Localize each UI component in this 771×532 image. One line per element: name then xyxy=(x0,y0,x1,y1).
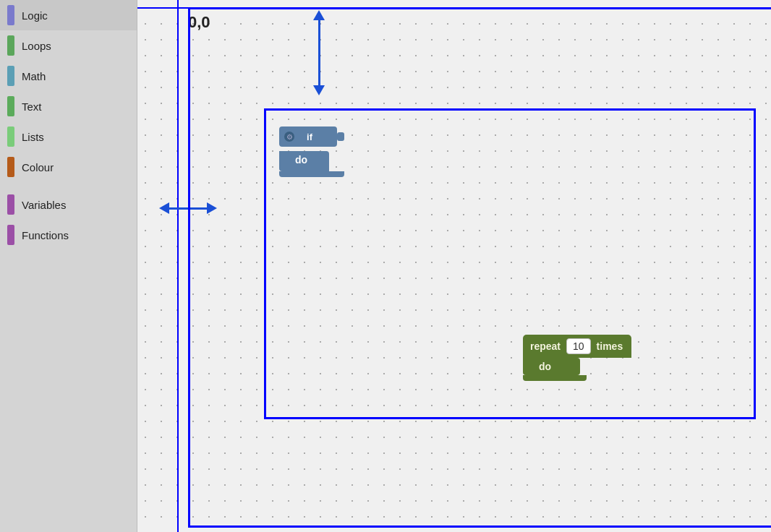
sidebar-label-text: Text xyxy=(22,100,42,113)
svg-text:⚙: ⚙ xyxy=(286,133,293,141)
sidebar-item-text[interactable]: Text xyxy=(0,91,137,121)
svg-rect-1 xyxy=(337,132,344,141)
sidebar-item-math[interactable]: Math xyxy=(0,61,137,91)
sidebar: Logic Loops Math Text Lists Colour Varia… xyxy=(0,0,137,532)
repeat-left-bar xyxy=(523,358,533,375)
workspace: 0,0 ⚙ if do xyxy=(137,0,771,532)
if-block-top: ⚙ if xyxy=(279,126,352,148)
sidebar-label-variables: Variables xyxy=(22,199,66,211)
lists-color xyxy=(7,126,14,147)
colour-color xyxy=(7,157,14,177)
repeat-count[interactable]: 10 xyxy=(566,338,591,354)
repeat-bottom-cap xyxy=(523,375,587,381)
sidebar-item-lists[interactable]: Lists xyxy=(0,121,137,152)
sidebar-label-loops: Loops xyxy=(22,40,51,52)
repeat-do-label: do xyxy=(533,358,580,375)
loops-color xyxy=(7,35,14,56)
sidebar-item-variables[interactable]: Variables xyxy=(0,189,137,220)
sidebar-item-functions[interactable]: Functions xyxy=(0,220,137,250)
sidebar-label-math: Math xyxy=(22,70,46,82)
if-do-label: do xyxy=(289,151,329,171)
repeat-do-row: do xyxy=(523,358,631,375)
repeat-block[interactable]: repeat 10 times do xyxy=(523,335,631,381)
sidebar-label-lists: Lists xyxy=(22,131,44,143)
if-block[interactable]: ⚙ if do xyxy=(279,126,352,177)
sidebar-item-logic[interactable]: Logic xyxy=(0,0,137,30)
times-label: times xyxy=(597,340,623,352)
vertical-guideline xyxy=(177,0,179,532)
repeat-label: repeat xyxy=(530,340,561,352)
text-color xyxy=(7,96,14,116)
sidebar-item-colour[interactable]: Colour xyxy=(0,152,137,182)
sidebar-label-colour: Colour xyxy=(22,161,54,173)
sidebar-item-loops[interactable]: Loops xyxy=(0,30,137,61)
sidebar-label-functions: Functions xyxy=(22,229,69,241)
repeat-block-top: repeat 10 times xyxy=(523,335,631,358)
sidebar-label-logic: Logic xyxy=(22,9,48,22)
variables-color xyxy=(7,194,14,215)
svg-text:if: if xyxy=(307,132,313,142)
logic-color xyxy=(7,5,14,25)
functions-color xyxy=(7,225,14,245)
math-color xyxy=(7,66,14,86)
arrowhead-left-icon xyxy=(159,202,169,214)
